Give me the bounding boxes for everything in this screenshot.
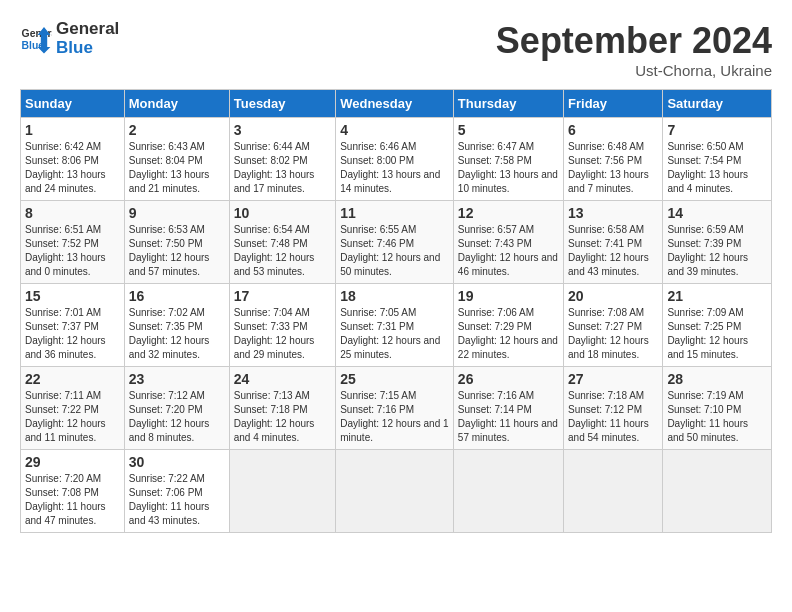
- day-info: Sunrise: 7:01 AM Sunset: 7:37 PM Dayligh…: [25, 306, 120, 362]
- calendar-cell: 22 Sunrise: 7:11 AM Sunset: 7:22 PM Dayl…: [21, 367, 125, 450]
- col-header-saturday: Saturday: [663, 90, 772, 118]
- day-info: Sunrise: 6:44 AM Sunset: 8:02 PM Dayligh…: [234, 140, 331, 196]
- calendar-cell: 7 Sunrise: 6:50 AM Sunset: 7:54 PM Dayli…: [663, 118, 772, 201]
- day-number: 10: [234, 205, 331, 221]
- day-info: Sunrise: 7:04 AM Sunset: 7:33 PM Dayligh…: [234, 306, 331, 362]
- day-number: 17: [234, 288, 331, 304]
- calendar-cell: 21 Sunrise: 7:09 AM Sunset: 7:25 PM Dayl…: [663, 284, 772, 367]
- day-number: 4: [340, 122, 449, 138]
- day-info: Sunrise: 6:46 AM Sunset: 8:00 PM Dayligh…: [340, 140, 449, 196]
- day-number: 28: [667, 371, 767, 387]
- location-subtitle: Ust-Chorna, Ukraine: [496, 62, 772, 79]
- calendar-cell: 29 Sunrise: 7:20 AM Sunset: 7:08 PM Dayl…: [21, 450, 125, 533]
- day-number: 14: [667, 205, 767, 221]
- day-info: Sunrise: 7:11 AM Sunset: 7:22 PM Dayligh…: [25, 389, 120, 445]
- day-number: 7: [667, 122, 767, 138]
- calendar-cell: 23 Sunrise: 7:12 AM Sunset: 7:20 PM Dayl…: [124, 367, 229, 450]
- calendar-cell: 5 Sunrise: 6:47 AM Sunset: 7:58 PM Dayli…: [453, 118, 563, 201]
- calendar-cell: [564, 450, 663, 533]
- day-number: 3: [234, 122, 331, 138]
- logo-general: General: [56, 20, 119, 39]
- logo-icon: General Blue: [20, 23, 52, 55]
- day-number: 26: [458, 371, 559, 387]
- day-info: Sunrise: 6:42 AM Sunset: 8:06 PM Dayligh…: [25, 140, 120, 196]
- day-number: 2: [129, 122, 225, 138]
- day-info: Sunrise: 6:51 AM Sunset: 7:52 PM Dayligh…: [25, 223, 120, 279]
- day-number: 5: [458, 122, 559, 138]
- col-header-thursday: Thursday: [453, 90, 563, 118]
- col-header-sunday: Sunday: [21, 90, 125, 118]
- day-info: Sunrise: 7:06 AM Sunset: 7:29 PM Dayligh…: [458, 306, 559, 362]
- calendar-cell: [663, 450, 772, 533]
- calendar-cell: 28 Sunrise: 7:19 AM Sunset: 7:10 PM Dayl…: [663, 367, 772, 450]
- calendar-cell: 8 Sunrise: 6:51 AM Sunset: 7:52 PM Dayli…: [21, 201, 125, 284]
- month-title: September 2024: [496, 20, 772, 62]
- day-info: Sunrise: 6:50 AM Sunset: 7:54 PM Dayligh…: [667, 140, 767, 196]
- day-number: 11: [340, 205, 449, 221]
- calendar-cell: 15 Sunrise: 7:01 AM Sunset: 7:37 PM Dayl…: [21, 284, 125, 367]
- col-header-wednesday: Wednesday: [336, 90, 454, 118]
- calendar-cell: 16 Sunrise: 7:02 AM Sunset: 7:35 PM Dayl…: [124, 284, 229, 367]
- calendar-cell: 6 Sunrise: 6:48 AM Sunset: 7:56 PM Dayli…: [564, 118, 663, 201]
- calendar-week-row: 1 Sunrise: 6:42 AM Sunset: 8:06 PM Dayli…: [21, 118, 772, 201]
- calendar-cell: 17 Sunrise: 7:04 AM Sunset: 7:33 PM Dayl…: [229, 284, 335, 367]
- calendar-week-row: 15 Sunrise: 7:01 AM Sunset: 7:37 PM Dayl…: [21, 284, 772, 367]
- day-number: 24: [234, 371, 331, 387]
- day-info: Sunrise: 6:59 AM Sunset: 7:39 PM Dayligh…: [667, 223, 767, 279]
- day-number: 13: [568, 205, 658, 221]
- day-number: 23: [129, 371, 225, 387]
- day-number: 21: [667, 288, 767, 304]
- calendar-cell: 11 Sunrise: 6:55 AM Sunset: 7:46 PM Dayl…: [336, 201, 454, 284]
- calendar-cell: 25 Sunrise: 7:15 AM Sunset: 7:16 PM Dayl…: [336, 367, 454, 450]
- day-number: 22: [25, 371, 120, 387]
- day-info: Sunrise: 7:19 AM Sunset: 7:10 PM Dayligh…: [667, 389, 767, 445]
- day-number: 27: [568, 371, 658, 387]
- calendar-cell: 24 Sunrise: 7:13 AM Sunset: 7:18 PM Dayl…: [229, 367, 335, 450]
- calendar-cell: 2 Sunrise: 6:43 AM Sunset: 8:04 PM Dayli…: [124, 118, 229, 201]
- day-info: Sunrise: 7:12 AM Sunset: 7:20 PM Dayligh…: [129, 389, 225, 445]
- day-info: Sunrise: 7:20 AM Sunset: 7:08 PM Dayligh…: [25, 472, 120, 528]
- page-header: General Blue General Blue September 2024…: [20, 20, 772, 79]
- day-info: Sunrise: 7:15 AM Sunset: 7:16 PM Dayligh…: [340, 389, 449, 445]
- day-info: Sunrise: 7:22 AM Sunset: 7:06 PM Dayligh…: [129, 472, 225, 528]
- calendar-cell: [336, 450, 454, 533]
- calendar-cell: 1 Sunrise: 6:42 AM Sunset: 8:06 PM Dayli…: [21, 118, 125, 201]
- day-info: Sunrise: 6:48 AM Sunset: 7:56 PM Dayligh…: [568, 140, 658, 196]
- calendar-cell: [453, 450, 563, 533]
- calendar-header-row: SundayMondayTuesdayWednesdayThursdayFrid…: [21, 90, 772, 118]
- day-info: Sunrise: 7:13 AM Sunset: 7:18 PM Dayligh…: [234, 389, 331, 445]
- col-header-friday: Friday: [564, 90, 663, 118]
- day-info: Sunrise: 7:09 AM Sunset: 7:25 PM Dayligh…: [667, 306, 767, 362]
- day-info: Sunrise: 6:54 AM Sunset: 7:48 PM Dayligh…: [234, 223, 331, 279]
- calendar-cell: 19 Sunrise: 7:06 AM Sunset: 7:29 PM Dayl…: [453, 284, 563, 367]
- logo: General Blue General Blue: [20, 20, 119, 57]
- day-number: 25: [340, 371, 449, 387]
- day-info: Sunrise: 7:05 AM Sunset: 7:31 PM Dayligh…: [340, 306, 449, 362]
- day-info: Sunrise: 6:53 AM Sunset: 7:50 PM Dayligh…: [129, 223, 225, 279]
- day-number: 29: [25, 454, 120, 470]
- day-number: 15: [25, 288, 120, 304]
- calendar-week-row: 22 Sunrise: 7:11 AM Sunset: 7:22 PM Dayl…: [21, 367, 772, 450]
- calendar-cell: 26 Sunrise: 7:16 AM Sunset: 7:14 PM Dayl…: [453, 367, 563, 450]
- calendar-cell: 9 Sunrise: 6:53 AM Sunset: 7:50 PM Dayli…: [124, 201, 229, 284]
- calendar-cell: 13 Sunrise: 6:58 AM Sunset: 7:41 PM Dayl…: [564, 201, 663, 284]
- calendar-cell: 14 Sunrise: 6:59 AM Sunset: 7:39 PM Dayl…: [663, 201, 772, 284]
- calendar-week-row: 29 Sunrise: 7:20 AM Sunset: 7:08 PM Dayl…: [21, 450, 772, 533]
- day-info: Sunrise: 7:18 AM Sunset: 7:12 PM Dayligh…: [568, 389, 658, 445]
- calendar-cell: 27 Sunrise: 7:18 AM Sunset: 7:12 PM Dayl…: [564, 367, 663, 450]
- day-number: 30: [129, 454, 225, 470]
- day-number: 1: [25, 122, 120, 138]
- day-number: 16: [129, 288, 225, 304]
- day-info: Sunrise: 6:55 AM Sunset: 7:46 PM Dayligh…: [340, 223, 449, 279]
- calendar-cell: 30 Sunrise: 7:22 AM Sunset: 7:06 PM Dayl…: [124, 450, 229, 533]
- day-info: Sunrise: 6:43 AM Sunset: 8:04 PM Dayligh…: [129, 140, 225, 196]
- calendar-week-row: 8 Sunrise: 6:51 AM Sunset: 7:52 PM Dayli…: [21, 201, 772, 284]
- calendar-cell: 20 Sunrise: 7:08 AM Sunset: 7:27 PM Dayl…: [564, 284, 663, 367]
- day-info: Sunrise: 7:02 AM Sunset: 7:35 PM Dayligh…: [129, 306, 225, 362]
- day-number: 9: [129, 205, 225, 221]
- day-number: 12: [458, 205, 559, 221]
- day-info: Sunrise: 6:58 AM Sunset: 7:41 PM Dayligh…: [568, 223, 658, 279]
- calendar-cell: 10 Sunrise: 6:54 AM Sunset: 7:48 PM Dayl…: [229, 201, 335, 284]
- day-info: Sunrise: 6:57 AM Sunset: 7:43 PM Dayligh…: [458, 223, 559, 279]
- day-number: 20: [568, 288, 658, 304]
